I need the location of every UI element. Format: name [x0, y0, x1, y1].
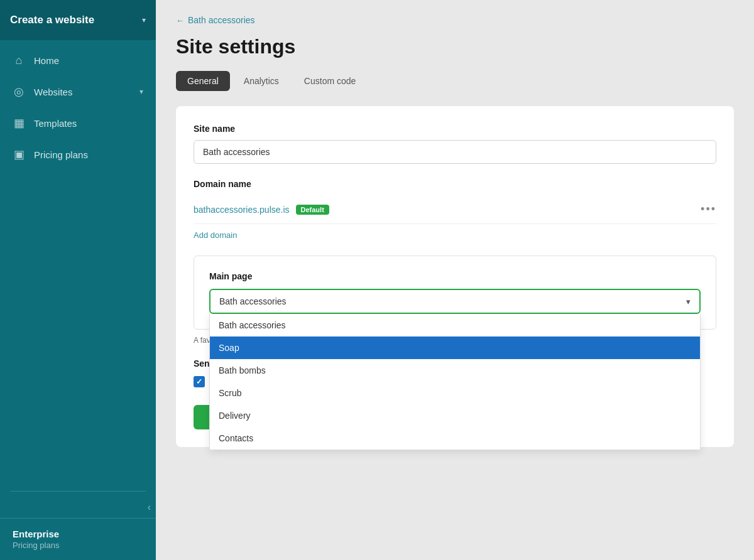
domain-default-badge: Default [296, 205, 329, 215]
site-name-input[interactable] [194, 140, 716, 164]
sidebar-collapse-button[interactable]: ‹ [0, 497, 156, 518]
domain-url[interactable]: bathaccessories.pulse.is [194, 205, 290, 215]
dropdown-options-list: Bath accessories Soap Bath bombs Scrub D… [209, 314, 701, 450]
dropdown-option-scrub[interactable]: Scrub [210, 382, 700, 404]
main-content: ← Bath accessories Site settings General… [156, 0, 754, 560]
sidebar-dropdown-icon: ▾ [142, 16, 146, 24]
main-page-label: Main page [209, 271, 701, 281]
tab-custom-code[interactable]: Custom code [293, 71, 367, 91]
sidebar-footer: Enterprise Pricing plans [0, 518, 156, 560]
main-page-dropdown-container: Bath accessories ▾ Bath accessories Soap… [209, 289, 701, 314]
breadcrumb-arrow-icon: ← [176, 16, 184, 25]
dropdown-option-contacts[interactable]: Contacts [210, 427, 700, 450]
breadcrumb-label: Bath accessories [188, 15, 255, 25]
collapse-icon: ‹ [148, 502, 151, 513]
dropdown-option-bath-bombs[interactable]: Bath bombs [210, 359, 700, 382]
sidebar-item-pricing[interactable]: ▣ Pricing plans [0, 139, 156, 170]
sidebar-item-home[interactable]: ⌂ Home [0, 45, 156, 76]
dropdown-arrow-icon: ▾ [686, 297, 691, 306]
pricing-icon: ▣ [13, 148, 25, 161]
tab-general[interactable]: General [176, 71, 230, 91]
templates-icon: ▦ [13, 116, 25, 130]
sidebar-item-pricing-label: Pricing plans [34, 149, 88, 160]
checkbox-check-icon: ✓ [196, 377, 202, 386]
settings-card: Site name Domain name bathaccessories.pu… [176, 106, 734, 447]
site-name-field-group: Site name [194, 124, 716, 164]
websites-icon: ◎ [13, 85, 25, 99]
domain-name-label: Domain name [194, 179, 716, 189]
page-title: Site settings [176, 35, 734, 58]
domain-options-button[interactable]: ••• [701, 203, 716, 216]
sidebar-item-templates-label: Templates [34, 118, 77, 129]
sidebar-divider [10, 491, 146, 492]
sidebar: Create a website ▾ ⌂ Home ◎ Websites ▾ ▦… [0, 0, 156, 560]
site-name-label: Site name [194, 124, 716, 134]
dropdown-selected-value: Bath accessories [219, 296, 287, 306]
sidebar-nav: ⌂ Home ◎ Websites ▾ ▦ Templates ▣ Pricin… [0, 40, 156, 486]
home-icon: ⌂ [13, 54, 25, 67]
breadcrumb[interactable]: ← Bath accessories [176, 15, 734, 25]
dropdown-option-delivery[interactable]: Delivery [210, 404, 700, 427]
sidebar-header[interactable]: Create a website ▾ [0, 0, 156, 40]
tabs-bar: General Analytics Custom code [176, 71, 734, 91]
sidebar-item-home-label: Home [34, 55, 59, 66]
sidebar-title: Create a website [10, 14, 94, 26]
main-page-section: Main page Bath accessories ▾ Bath access… [194, 256, 716, 330]
main-page-dropdown[interactable]: Bath accessories ▾ [209, 289, 701, 314]
sidebar-item-websites[interactable]: ◎ Websites ▾ [0, 76, 156, 107]
add-domain-link[interactable]: Add domain [194, 230, 237, 240]
domain-row: bathaccessories.pulse.is Default ••• [194, 195, 716, 224]
sidebar-footer-plan-type: Pricing plans [13, 541, 143, 550]
websites-arrow-icon: ▾ [139, 87, 143, 96]
dropdown-option-bath-accessories[interactable]: Bath accessories [210, 314, 700, 337]
dropdown-option-soap[interactable]: Soap [210, 337, 700, 359]
sidebar-footer-plan-name: Enterprise [13, 529, 143, 539]
domain-name-field-group: Domain name bathaccessories.pulse.is Def… [194, 179, 716, 240]
tab-analytics[interactable]: Analytics [232, 71, 290, 91]
sidebar-item-templates[interactable]: ▦ Templates [0, 107, 156, 139]
sendpulse-checkbox[interactable]: ✓ [194, 376, 205, 387]
sidebar-item-websites-label: Websites [34, 87, 72, 97]
